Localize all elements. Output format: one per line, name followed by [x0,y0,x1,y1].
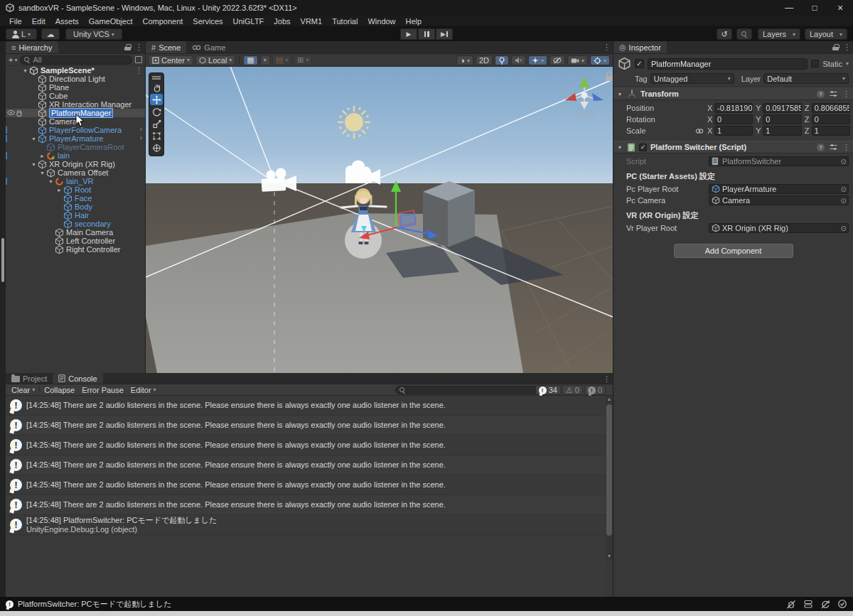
kebab-icon[interactable]: ⋮ [603,43,611,52]
expand-triangle[interactable] [38,171,46,175]
menu-item[interactable]: Tutorial [327,16,363,27]
layer-dropdown[interactable]: Default▾ [763,73,849,84]
hierarchy-row[interactable]: lain_VR › ⋮ [6,177,145,185]
x-input[interactable]: -0.8181903 [714,103,753,113]
camera-settings-dropdown[interactable]: ▾ [567,55,588,65]
hierarchy-row[interactable]: Body › ⋮ [6,202,145,211]
error-count-badge[interactable]: !0 [584,385,606,395]
auto-refresh-icon[interactable] [820,600,830,609]
pickability-hand-icon[interactable] [16,109,23,117]
menu-item[interactable]: Component [137,16,188,27]
audio-toggle-button[interactable] [511,55,526,65]
visibility-eye-icon[interactable] [7,109,15,116]
expand-triangle[interactable] [30,162,38,167]
z-input[interactable]: 0 [812,114,850,124]
expand-triangle[interactable] [55,188,63,193]
kebab-icon[interactable]: ⋮ [135,43,143,52]
lock-icon[interactable] [832,44,839,50]
editor-dropdown[interactable]: Editor▾ [128,386,159,394]
hierarchy-row[interactable]: Face › ⋮ [6,194,145,202]
lock-icon[interactable] [124,44,131,50]
hierarchy-row[interactable]: Cube › ⋮ [6,92,145,100]
x-input[interactable]: 0 [714,114,753,124]
hierarchy-row[interactable]: lain › ⋮ [6,151,145,160]
collapse-button[interactable]: Collapse [41,386,77,394]
cache-server-icon[interactable] [803,600,813,609]
object-picker-icon[interactable]: ⊙ [841,185,847,193]
undo-history-button[interactable]: ↺ [717,28,732,40]
hierarchy-row[interactable]: PlayerCameraRoot › ⋮ [6,143,145,151]
tab-console[interactable]: Console [53,373,102,384]
platform-switcher-header[interactable]: ▼ ✓ Platform Switcher (Script) ? ⋮ [613,141,853,153]
tab-game[interactable]: Game [186,41,231,53]
shading-mode-dropdown[interactable]: ◑▾ [456,55,473,65]
scene-viewport[interactable]: X Z ‹ Persp [146,67,613,373]
tag-dropdown[interactable]: Untagged▾ [650,73,734,84]
gizmos-dropdown[interactable]: ▾ [590,55,610,65]
hierarchy-row[interactable]: Left Controller › ⋮ [6,237,145,245]
account-button[interactable]: L ▾ [6,28,37,40]
presets-icon[interactable] [830,144,837,151]
kebab-icon[interactable]: ⋮ [843,43,851,52]
hierarchy-row[interactable]: XR Origin (XR Rig) › ⋮ [6,160,145,168]
scale-tool[interactable] [150,118,163,129]
view-hand-tool[interactable] [150,82,163,93]
gameobject-name-field[interactable]: PlatformManager [648,58,808,70]
left-scrollbar-thumb[interactable] [1,238,4,282]
static-dropdown-icon[interactable]: ▾ [846,60,849,67]
kebab-icon[interactable]: ⋮ [842,90,850,99]
object-reference-field[interactable]: XR Origin (XR Rig) ⊙ [709,223,849,233]
menu-item[interactable]: File [4,16,27,27]
hierarchy-row[interactable]: Right Controller › ⋮ [6,245,145,254]
layout-dropdown[interactable]: Layout ▾ [805,28,847,40]
scale-link-icon[interactable] [694,128,704,134]
snap-move-button[interactable]: ⊞▾ [294,55,312,65]
layers-dropdown[interactable]: Layers ▾ [758,28,800,40]
lighting-toggle-button[interactable] [495,55,509,65]
expand-triangle[interactable] [30,136,38,141]
hierarchy-row[interactable]: PlayerArmature › ⋮ [6,134,145,143]
clear-button[interactable]: Clear▾ [9,386,38,394]
rect-tool[interactable] [150,130,163,141]
object-reference-field[interactable]: PlayerArmature ⊙ [709,184,849,194]
console-scrollbar[interactable]: ▲ ▼ [606,396,613,561]
console-scrollbar-thumb[interactable] [606,404,612,536]
component-enabled-checkbox[interactable]: ✓ [639,144,647,151]
hierarchy-row[interactable]: Main Camera › ⋮ [6,228,145,237]
play-button[interactable]: ▶ [400,28,417,40]
kebab-icon[interactable]: ⋮ [603,374,611,384]
menu-item[interactable]: Services [188,16,227,27]
object-picker-icon[interactable]: ⊙ [841,197,847,205]
presets-icon[interactable] [830,90,837,97]
foldout-triangle[interactable]: ▼ [616,92,623,97]
error-pause-button[interactable]: Error Pause [79,386,127,394]
snap-increment-button[interactable]: ▤▾ [272,55,291,65]
menu-item[interactable]: GameObject [84,16,138,27]
help-icon[interactable]: ? [817,144,825,151]
scroll-down-arrow[interactable]: ▼ [606,553,612,558]
visibility-toggle-button[interactable] [549,55,565,65]
hierarchy-row[interactable]: Hair › ⋮ [6,211,145,220]
overlay-drag-handle[interactable] [152,76,161,80]
rotate-tool[interactable] [150,106,163,117]
y-input[interactable]: 0.09175859 [763,103,801,113]
tab-hierarchy[interactable]: ≡ Hierarchy [6,41,58,53]
console-message-row[interactable]: ! [14:25:48] There are 2 audio listeners… [6,455,606,475]
progress-check-icon[interactable] [837,599,847,609]
menu-item[interactable]: Jobs [269,16,295,27]
tool-orientation-dropdown[interactable]: Local▾ [195,55,235,65]
expand-triangle[interactable] [21,68,29,73]
script-object-field[interactable]: PlatformSwitcher ⊙ [709,156,849,166]
menu-item[interactable]: Window [363,16,400,27]
pause-button[interactable] [418,28,435,40]
transform-header[interactable]: ▼ Transform ? ⋮ [613,87,853,100]
y-input[interactable]: 1 [763,126,801,136]
active-checkbox[interactable]: ✓ [635,59,644,68]
object-picker-icon[interactable]: ⊙ [841,158,847,166]
console-message-row[interactable]: ! [14:25:48] There are 2 audio listeners… [6,475,606,495]
hierarchy-row[interactable]: Camera Offset › ⋮ [6,168,145,177]
menu-item[interactable]: VRM1 [296,16,328,27]
console-message-row[interactable]: ! [14:25:48] PlatformSwitcher: PCモードで起動し… [6,515,606,535]
maximize-button[interactable]: □ [802,0,827,16]
expand-triangle[interactable] [47,179,55,184]
